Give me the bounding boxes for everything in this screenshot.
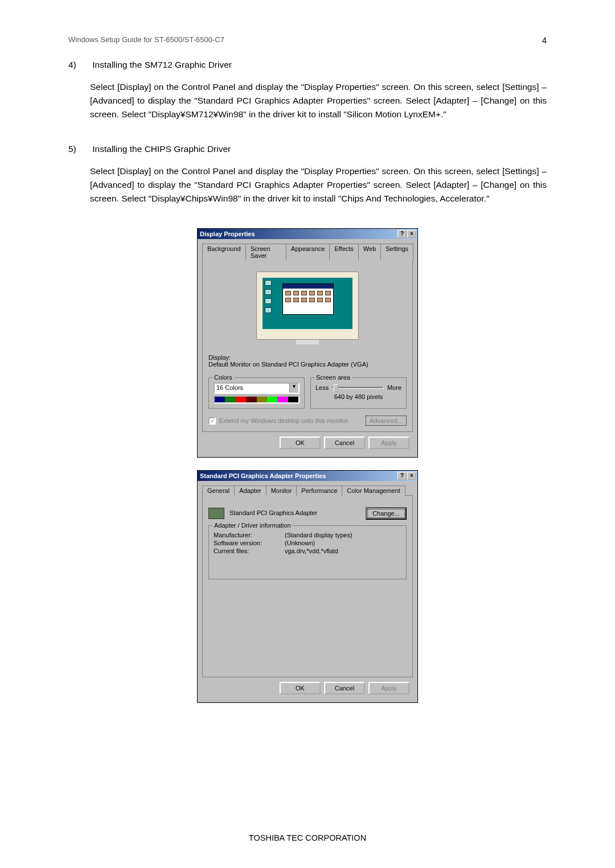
manufacturer-value: (Standard display types) xyxy=(285,532,352,538)
tab-settings[interactable]: Settings xyxy=(380,244,413,260)
chevron-down-icon[interactable]: ▼ xyxy=(289,384,298,393)
section-4-heading: 4) Installing the SM712 Graphic Driver xyxy=(68,60,547,70)
dialog1-title: Display Properties xyxy=(200,231,255,237)
tab-effects[interactable]: Effects xyxy=(329,244,358,260)
section-4-title: Installing the SM712 Graphic Driver xyxy=(92,60,232,69)
less-label: Less xyxy=(315,384,329,391)
current-files-label: Current files: xyxy=(214,548,285,554)
current-files-value: vga.drv,*vdd,*vflatd xyxy=(285,548,338,554)
tab-general[interactable]: General xyxy=(202,486,235,496)
desktop-icon xyxy=(265,298,272,304)
adapter-icon xyxy=(208,508,224,519)
section-5-title: Installing the CHIPS Graphic Driver xyxy=(92,144,231,154)
color-strip xyxy=(214,396,300,404)
section-4-number: 4) xyxy=(68,60,90,70)
manufacturer-label: Manufacturer: xyxy=(214,532,285,538)
colors-legend: Colors xyxy=(212,374,234,381)
screen-area-legend: Screen area xyxy=(314,374,352,381)
display-value: Default Monitor on Standard PCI Graphics… xyxy=(208,361,407,368)
close-icon[interactable]: × xyxy=(407,472,416,480)
section-4-body: Select [Display] on the Control Panel an… xyxy=(90,80,547,121)
cancel-button[interactable]: Cancel xyxy=(324,437,365,449)
dialog2-title: Standard PCI Graphics Adapter Properties xyxy=(200,472,326,479)
help-icon[interactable]: ? xyxy=(397,472,407,480)
desktop-icon xyxy=(265,307,272,313)
page-number: 4 xyxy=(542,35,547,45)
apply-button: Apply xyxy=(368,682,409,694)
tab-color-management[interactable]: Color Management xyxy=(342,486,405,496)
extend-label: Extend my Windows desktop onto this moni… xyxy=(219,417,349,424)
dialog1-tabs: Background Screen Saver Appearance Effec… xyxy=(202,244,413,260)
extend-checkbox: ✓ xyxy=(208,417,216,425)
software-version-value: (Unknown) xyxy=(285,540,315,546)
display-label: Display: xyxy=(208,354,407,361)
section-5-number: 5) xyxy=(68,144,90,154)
slider-thumb[interactable] xyxy=(334,384,338,392)
display-properties-dialog: Display Properties ? × Background Screen… xyxy=(197,228,418,458)
cancel-button[interactable]: Cancel xyxy=(324,682,365,694)
resolution-slider[interactable] xyxy=(332,386,384,389)
preview-window xyxy=(282,283,334,315)
ok-button[interactable]: OK xyxy=(280,437,321,449)
screen-area-group: Screen area Less More 640 by 480 pixels xyxy=(310,377,407,409)
adapter-properties-dialog: Standard PCI Graphics Adapter Properties… xyxy=(197,470,418,703)
tab-monitor[interactable]: Monitor xyxy=(266,486,297,496)
more-label: More xyxy=(387,384,401,391)
apply-button: Apply xyxy=(368,437,409,449)
page-header: Windows Setup Guide for ST-6500/ST-6500-… xyxy=(68,35,224,44)
desktop-icon xyxy=(265,289,272,295)
software-version-label: Software version: xyxy=(214,540,285,546)
dialog2-titlebar: Standard PCI Graphics Adapter Properties… xyxy=(198,471,417,481)
help-icon[interactable]: ? xyxy=(397,230,407,238)
dialog2-tabs: General Adapter Monitor Performance Colo… xyxy=(202,486,413,496)
tab-appearance[interactable]: Appearance xyxy=(286,244,330,260)
ok-button[interactable]: OK xyxy=(280,682,321,694)
adapter-info-legend: Adapter / Driver information xyxy=(212,522,293,529)
close-icon[interactable]: × xyxy=(407,230,416,238)
resolution-text: 640 by 480 pixels xyxy=(315,393,401,400)
adapter-name: Standard PCI Graphics Adapter xyxy=(229,509,317,516)
colors-value: 16 Colors xyxy=(215,384,289,393)
section-5-heading: 5) Installing the CHIPS Graphic Driver xyxy=(68,144,547,154)
colors-group: Colors 16 Colors ▼ xyxy=(208,377,305,409)
tab-screen-saver[interactable]: Screen Saver xyxy=(245,244,286,260)
colors-combo[interactable]: 16 Colors ▼ xyxy=(214,382,300,394)
tab-background[interactable]: Background xyxy=(202,244,246,260)
tab-adapter[interactable]: Adapter xyxy=(234,486,266,496)
monitor-preview xyxy=(251,271,364,345)
desktop-icon xyxy=(265,280,272,286)
tab-performance[interactable]: Performance xyxy=(296,486,342,496)
adapter-info-group: Adapter / Driver information Manufacture… xyxy=(208,525,407,579)
advanced-button[interactable]: Advanced... xyxy=(366,416,407,426)
footer: TOSHIBA TEC CORPORATION xyxy=(0,833,615,842)
dialog1-titlebar: Display Properties ? × xyxy=(198,229,417,239)
section-5-body: Select [Display] on the Control Panel an… xyxy=(90,164,547,205)
change-button[interactable]: Change... xyxy=(366,507,407,520)
tab-web[interactable]: Web xyxy=(358,244,381,260)
